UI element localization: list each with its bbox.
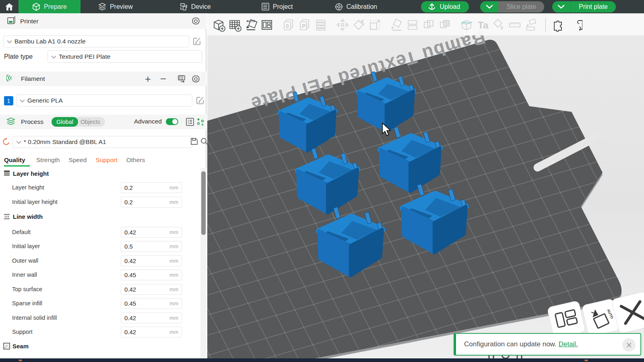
add-object-button[interactable]	[211, 16, 227, 34]
group-layer-height: Layer height	[3, 170, 49, 177]
print-dropdown-button[interactable]	[552, 1, 570, 12]
filament-preset-select[interactable]: Generic PLA	[16, 95, 192, 107]
printer-edit-button[interactable]	[192, 37, 202, 46]
param-label: Initial layer height	[12, 199, 58, 205]
tab-prepare[interactable]: Prepare	[19, 0, 80, 13]
viewport-3d[interactable]: Bambu Textured PEI Plate	[207, 13, 644, 358]
printer-settings-button[interactable]	[192, 17, 200, 25]
split-plate-button[interactable]	[405, 16, 421, 34]
tab-others[interactable]: Others	[126, 156, 145, 164]
taskbar-dot-right	[584, 360, 588, 361]
tab-preview-label: Preview	[110, 3, 133, 10]
tab-calibration-label: Calibration	[347, 3, 377, 10]
plate-list-button[interactable]	[313, 16, 329, 34]
plugin-button[interactable]	[550, 16, 566, 34]
gear-icon	[192, 17, 200, 25]
filament-slot-badge[interactable]: 1	[4, 96, 13, 105]
sidebar-scrollbar[interactable]	[200, 168, 206, 358]
paint-button[interactable]	[491, 16, 507, 34]
param-input[interactable]: 0.42mm	[121, 284, 182, 295]
plate-type-select[interactable]: Textured PEI Plate	[47, 50, 202, 63]
chevron-down-icon	[557, 5, 565, 9]
scope-objects[interactable]: Objects	[78, 119, 105, 125]
tab-device[interactable]: Device	[178, 0, 213, 13]
param-label: Inner wall	[12, 272, 37, 278]
rotate-button[interactable]	[351, 16, 367, 34]
plate-type-label: Plate type	[4, 53, 33, 60]
tab-project-label: Project	[273, 3, 293, 10]
param-input[interactable]: 0.5mm	[121, 241, 182, 252]
upload-button[interactable]: Upload	[421, 1, 469, 12]
auto-arrange-button[interactable]: AUTO	[243, 16, 259, 34]
scope-global[interactable]: Global	[52, 117, 78, 127]
upload-icon	[427, 2, 436, 11]
group-seam: Seam	[3, 343, 29, 350]
split-layout-button[interactable]	[259, 16, 275, 34]
group-line-width: Line width	[3, 213, 43, 220]
add-filament-button[interactable]: +	[145, 73, 151, 85]
seam-icon	[3, 343, 10, 350]
notification-close-button[interactable]	[622, 338, 636, 352]
tab-strength[interactable]: Strength	[36, 156, 60, 164]
notification-detail-link[interactable]: Detail.	[559, 340, 578, 348]
filament-settings-button[interactable]	[192, 75, 200, 83]
svg-text:P: P	[302, 23, 305, 29]
advanced-toggle[interactable]	[166, 118, 178, 125]
process-scope-toggle[interactable]: Global Objects	[52, 117, 105, 127]
remove-filament-button[interactable]: −	[160, 73, 166, 85]
print-plate-button[interactable]: Print plate	[552, 1, 616, 12]
slice-plate-button[interactable]: Slice plate	[480, 1, 544, 12]
param-label: Sparse infill	[12, 300, 42, 306]
calibration-icon	[335, 3, 343, 11]
split-parts-button[interactable]	[437, 16, 453, 34]
filament-edit-button[interactable]	[196, 96, 205, 105]
cut-button[interactable]	[458, 16, 475, 34]
text-tool-button[interactable]: Ta	[475, 16, 491, 34]
edge-partial-button[interactable]	[567, 16, 583, 34]
param-input[interactable]: 0.2mm	[121, 182, 182, 193]
assembly-button[interactable]	[523, 16, 539, 34]
printer-preset-select[interactable]: Bambu Lab A1 0.4 nozzle	[3, 35, 189, 47]
home-button[interactable]	[0, 0, 19, 13]
scale-button[interactable]	[367, 16, 383, 34]
param-input[interactable]: 0.42mm	[121, 255, 182, 266]
param-input[interactable]: 0.45mm	[121, 298, 182, 309]
slice-dropdown-button[interactable]	[480, 1, 498, 12]
tab-support[interactable]: Support	[95, 156, 117, 164]
tab-calibration[interactable]: Calibration	[333, 0, 379, 13]
list-icon	[186, 117, 194, 126]
param-input[interactable]: 0.45mm	[121, 269, 182, 280]
reset-preset-button[interactable]	[2, 138, 10, 146]
printer-section-title: Printer	[20, 18, 39, 25]
paste-button[interactable]: P	[297, 16, 313, 34]
copy-button[interactable]: 0	[281, 16, 297, 34]
ruler-button[interactable]	[507, 16, 523, 34]
mouse-cursor	[382, 123, 392, 137]
param-input[interactable]: 0.42mm	[121, 227, 182, 238]
plate-type-value: Textured PEI Plate	[59, 53, 110, 60]
param-input[interactable]: 0.2mm	[121, 197, 182, 208]
tab-speed[interactable]: Speed	[69, 156, 87, 164]
lay-flat-button[interactable]	[388, 16, 405, 34]
ams-sync-button[interactable]	[178, 74, 187, 83]
parameter-table-button[interactable]	[186, 117, 194, 126]
objects-tree-button[interactable]	[196, 117, 205, 126]
tab-project[interactable]: Project	[260, 0, 295, 13]
param-input[interactable]: 0.42mm	[121, 313, 182, 323]
process-preset-select[interactable]: * 0.20mm Standard @BBL A1	[12, 136, 192, 148]
tab-preview[interactable]: Preview	[97, 0, 134, 13]
move-button[interactable]	[334, 16, 351, 34]
scrollbar-thumb[interactable]	[201, 171, 206, 235]
add-plate-button[interactable]	[227, 16, 243, 34]
objects-tree-icon	[196, 117, 205, 126]
home-icon	[5, 3, 13, 10]
device-icon	[180, 3, 188, 11]
advanced-label: Advanced	[134, 118, 162, 125]
split-objects-button[interactable]	[421, 16, 437, 34]
edit-icon	[192, 37, 202, 46]
tab-quality[interactable]: Quality	[4, 156, 30, 164]
chevron-down-icon	[51, 53, 56, 60]
save-preset-button[interactable]	[190, 137, 198, 146]
scene-3d: Bambu Textured PEI Plate	[207, 13, 644, 358]
param-input[interactable]: 0.42mm	[121, 327, 182, 337]
